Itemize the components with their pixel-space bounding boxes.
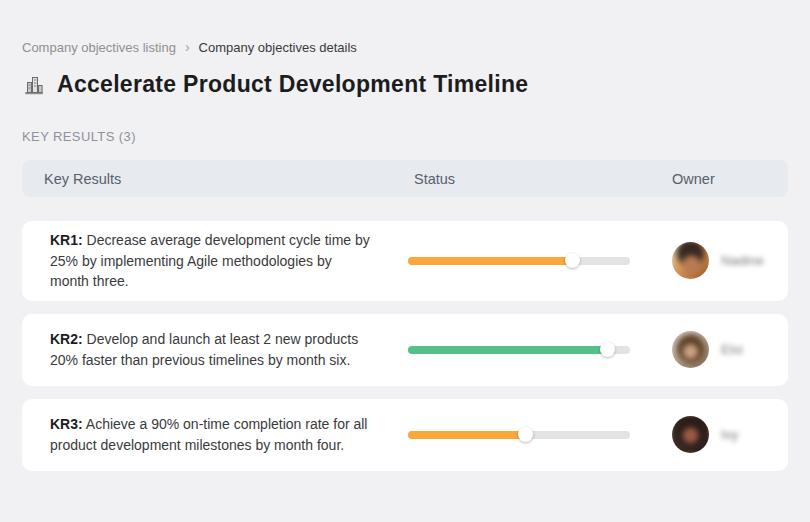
page-title: Accelerate Product Development Timeline	[57, 71, 528, 98]
kr2-owner: Elsi	[660, 331, 788, 368]
section-label-key-results: KEY RESULTS (3)	[22, 129, 788, 144]
kr3-owner: Ivy	[660, 416, 788, 453]
column-header-status: Status	[408, 171, 660, 187]
owner-name: Elsi	[721, 342, 743, 357]
progress-knob[interactable]	[518, 427, 533, 442]
progress-knob[interactable]	[565, 253, 580, 268]
table-row-kr1[interactable]: KR1: Decrease average development cycle …	[22, 221, 788, 301]
column-header-key-results: Key Results	[22, 171, 408, 187]
kr2-status	[408, 342, 660, 357]
kr3-description: KR3: Achieve a 90% on-time completion ra…	[50, 414, 372, 455]
kr3-status	[408, 427, 660, 442]
kr1-status	[408, 253, 660, 268]
kr1-progress-slider[interactable]	[408, 253, 630, 268]
column-header-owner: Owner	[660, 171, 788, 187]
kr2-progress-slider[interactable]	[408, 342, 630, 357]
progress-fill	[408, 257, 572, 265]
key-results-list: KR1: Decrease average development cycle …	[22, 221, 788, 471]
kr2-description: KR2: Develop and launch at least 2 new p…	[50, 329, 372, 370]
progress-fill	[408, 431, 526, 439]
kr3-label: KR3:	[50, 416, 83, 432]
breadcrumb-item-details[interactable]: Company objectives details	[199, 40, 357, 55]
owner-name: Nadine	[721, 253, 764, 268]
avatar	[672, 242, 709, 279]
table-row-kr2[interactable]: KR2: Develop and launch at least 2 new p…	[22, 314, 788, 386]
buildings-bar-chart-icon	[22, 73, 46, 97]
table-row-kr3[interactable]: KR3: Achieve a 90% on-time completion ra…	[22, 399, 788, 471]
progress-fill	[408, 346, 608, 354]
page: Company objectives listing › Company obj…	[0, 0, 810, 471]
kr1-description: KR1: Decrease average development cycle …	[50, 230, 372, 292]
kr1-owner: Nadine	[660, 242, 788, 279]
title-row: Accelerate Product Development Timeline	[22, 71, 788, 98]
avatar	[672, 331, 709, 368]
kr3-progress-slider[interactable]	[408, 427, 630, 442]
breadcrumb: Company objectives listing › Company obj…	[22, 40, 788, 55]
breadcrumb-item-listing[interactable]: Company objectives listing	[22, 40, 176, 55]
chevron-right-icon: ›	[185, 40, 190, 54]
avatar	[672, 416, 709, 453]
progress-knob[interactable]	[600, 342, 615, 357]
kr2-label: KR2:	[50, 331, 83, 347]
kr1-label: KR1:	[50, 232, 83, 248]
owner-name: Ivy	[721, 427, 738, 442]
table-header: Key Results Status Owner	[22, 160, 788, 197]
